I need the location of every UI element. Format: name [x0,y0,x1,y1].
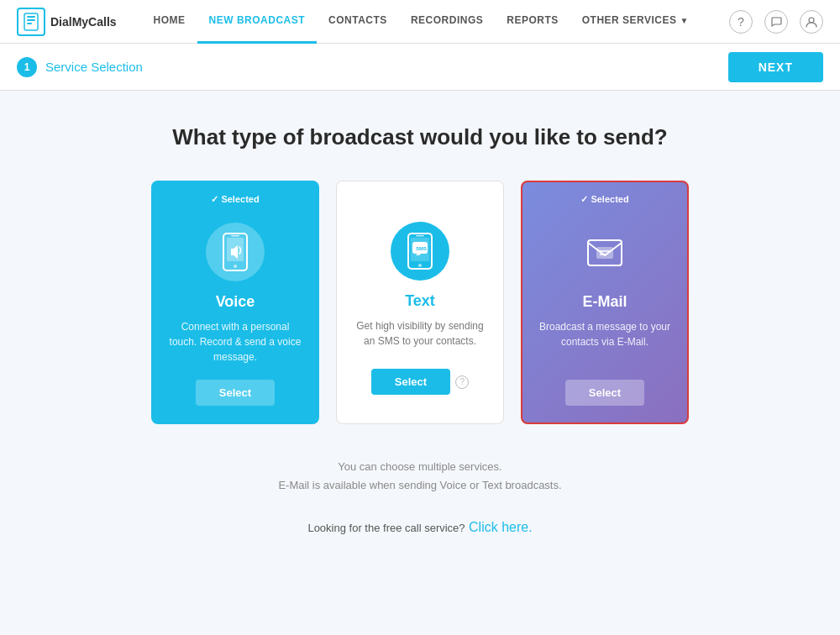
footer-notes: You can choose multiple services. E-Mail… [278,458,561,495]
nav-other-services[interactable]: OTHER SERVICES ▼ [570,0,701,44]
svg-rect-1 [27,16,35,18]
free-call-link[interactable]: Click here. [469,520,533,534]
svg-rect-16 [596,247,613,259]
footer-note-2: E-Mail is available when sending Voice o… [278,476,561,495]
voice-icon-bg [206,223,265,281]
logo-icon [17,8,45,36]
text-icon-wrap: SMS [391,222,449,281]
voice-selected-badge: ✓ Selected [153,194,318,205]
page-question: What type of broadcast would you like to… [172,124,667,150]
email-selected-badge: ✓ Selected [522,194,687,205]
brand-logo[interactable]: DialMyCalls [17,8,117,36]
help-icon-button[interactable]: ? [729,10,753,34]
voice-icon-wrap [206,223,265,281]
email-card[interactable]: ✓ Selected E-Mail Broadca [521,181,689,424]
email-description: Broadcast a message to your contacts via… [536,319,674,349]
svg-rect-3 [27,23,32,24]
svg-text:SMS: SMS [416,246,427,251]
email-select-button[interactable]: Select [565,380,644,406]
dropdown-arrow-icon: ▼ [680,16,689,25]
voice-title: Voice [216,293,255,311]
nav-home[interactable]: HOME [142,0,197,44]
user-icon-button[interactable] [800,10,823,34]
nav-links: HOME NEW BROADCAST CONTACTS RECORDINGS R… [142,0,729,44]
voice-card[interactable]: ✓ Selected Voice Connect [151,181,319,424]
breadcrumb-bar: 1 Service Selection NEXT [0,44,840,91]
voice-select-button[interactable]: Select [196,380,275,406]
text-card[interactable]: SMS Text Get high visibility by sending … [336,181,504,424]
text-icon-bg: SMS [391,222,449,281]
logo-text: DialMyCalls [50,15,117,29]
nav-icon-group: ? [729,10,823,34]
breadcrumb-step: 1 Service Selection [17,57,143,77]
footer-note-1: You can choose multiple services. [278,458,561,476]
nav-new-broadcast[interactable]: NEW BROADCAST [197,0,318,44]
text-select-button[interactable]: Select [371,369,450,395]
chat-icon-button[interactable] [764,10,788,34]
free-call-link-section: Looking for the free call service? Click… [307,520,532,535]
svg-point-7 [234,265,237,268]
svg-point-11 [418,264,422,267]
svg-point-4 [809,18,814,23]
text-card-footer: Select ? [371,369,469,395]
text-title: Text [405,292,435,310]
step-label: Service Selection [45,60,143,74]
nav-recordings[interactable]: RECORDINGS [399,0,495,44]
main-content: What type of broadcast would you like to… [0,91,840,560]
svg-rect-8 [231,235,239,237]
next-button[interactable]: NEXT [728,52,823,82]
nav-contacts[interactable]: CONTACTS [317,0,399,44]
email-title: E-Mail [582,293,627,311]
step-number-badge: 1 [17,57,37,77]
email-icon-bg [575,223,634,281]
nav-reports[interactable]: REPORTS [495,0,570,44]
svg-rect-12 [416,235,424,237]
voice-description: Connect with a personal touch. Record & … [166,319,304,365]
free-call-text: Looking for the free call service? [307,522,465,534]
email-icon-wrap [575,223,634,281]
text-help-icon[interactable]: ? [455,375,469,389]
text-description: Get high visibility by sending an SMS to… [350,318,490,349]
svg-rect-2 [27,19,35,21]
service-cards-row: ✓ Selected Voice Connect [151,181,689,424]
